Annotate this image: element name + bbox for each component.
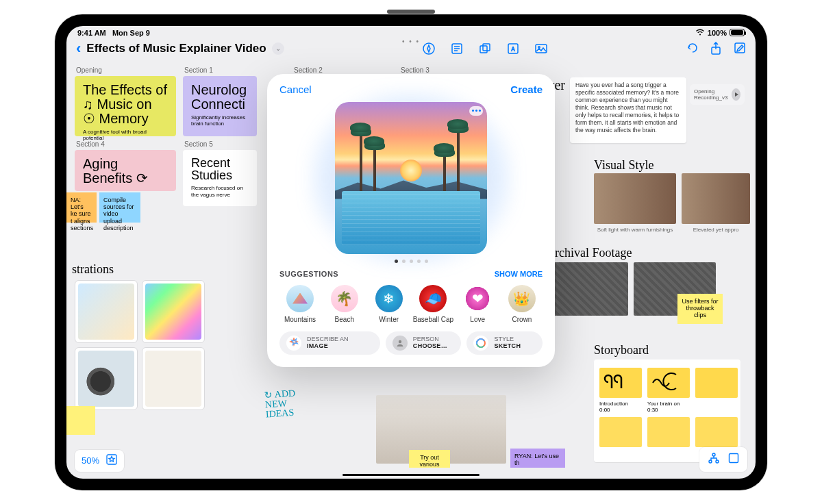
card-title: The Effects of ♫ Music on ☉ Memory <box>83 83 168 126</box>
document-menu-chevron-icon[interactable]: ⌄ <box>272 42 284 55</box>
compose-button[interactable] <box>734 42 746 55</box>
thumb-caption: Elevated yet appro <box>682 227 750 233</box>
sticky-note[interactable]: Compile sources for video upload descrip… <box>99 192 140 223</box>
section-label: Section 5 <box>184 140 213 148</box>
storyboard-label: Introduction0:00 <box>599 401 628 413</box>
navigator-map-icon[interactable] <box>728 453 739 466</box>
suggestion-chip-crown[interactable]: 👑Crown <box>501 285 543 323</box>
text-tool-icon[interactable] <box>507 42 519 55</box>
audio-attachment[interactable]: Opening Recording_v3 <box>690 84 745 105</box>
section-label: Section 2 <box>294 66 323 74</box>
describe-image-button[interactable]: DESCRIBE ANIMAGE <box>279 331 380 355</box>
card-section-5[interactable]: Recent Studies Research focused on the v… <box>183 150 257 206</box>
suggestion-chip-baseball-cap[interactable]: 🧢Baseball Cap <box>412 285 453 323</box>
text-card-memory[interactable]: Have you ever had a song trigger a speci… <box>570 77 686 143</box>
suggestion-chip-mountains[interactable]: Mountains <box>279 285 321 323</box>
choose-style-button[interactable]: STYLESKETCH <box>466 331 543 355</box>
card-title: Recent Studies <box>191 157 249 183</box>
card-title: Aging Benefits ⟳ <box>83 157 168 186</box>
zoom-control[interactable]: 50% <box>75 450 124 472</box>
storyboard-panel[interactable] <box>647 417 690 447</box>
illustration-thumb[interactable] <box>142 347 205 410</box>
media-tool-icon[interactable] <box>534 42 548 55</box>
storyboard-panel[interactable] <box>695 417 738 447</box>
section-label: Section 1 <box>184 66 213 74</box>
illustration-thumb[interactable] <box>75 347 138 410</box>
card-subtitle: A cognitive tool with broad potential <box>83 129 168 142</box>
status-date: Mon Sep 9 <box>112 29 150 37</box>
svg-point-6 <box>538 46 540 47</box>
pen-tool-icon[interactable] <box>422 42 436 55</box>
archival-thumb[interactable] <box>546 262 628 316</box>
chip-label: Mountains <box>284 316 316 323</box>
chip-label: Beach <box>335 316 354 323</box>
home-indicator[interactable] <box>342 474 480 476</box>
sticky-note[interactable]: Use filters for throwback clips <box>677 294 723 324</box>
page-indicator[interactable] <box>279 260 543 263</box>
svg-point-11 <box>716 460 719 463</box>
storyboard-panel[interactable] <box>647 368 690 398</box>
heading-storyboard: Storyboard <box>594 343 649 357</box>
battery-pct: 100% <box>708 29 727 37</box>
wifi-icon <box>695 29 705 37</box>
suggestions-label: SUGGESTIONS <box>279 270 338 278</box>
card-section-4[interactable]: Aging Benefits ⟳ <box>75 150 176 191</box>
sparkle-icon <box>286 336 301 351</box>
chip-label: Baseball Cap <box>413 316 453 323</box>
svg-point-14 <box>399 340 401 342</box>
section-label: Section 3 <box>401 66 429 74</box>
image-preview[interactable] <box>335 102 487 254</box>
handwriting-note[interactable]: ADD NEW IDEAS <box>264 388 297 419</box>
section-label: Opening <box>76 66 102 74</box>
navigator-control[interactable] <box>699 447 747 472</box>
svg-rect-4 <box>508 44 518 53</box>
status-time: 9:41 AM <box>77 29 106 37</box>
sticky-note[interactable]: RYAN: Let's use th <box>510 449 565 468</box>
suggestion-chip-love[interactable]: ❤Love <box>457 285 498 323</box>
card-section-1[interactable]: Neurolog Connecti Significantly increase… <box>183 76 257 136</box>
sticky-note[interactable] <box>66 406 95 435</box>
storyboard-panel[interactable] <box>599 368 642 398</box>
show-more-button[interactable]: SHOW MORE <box>495 270 543 278</box>
more-options-icon[interactable] <box>469 106 483 116</box>
heading-archival: Archival Footage <box>546 246 632 260</box>
sticky-note[interactable]: NA: Let's ke sure t aligns sections <box>66 192 97 223</box>
battery-icon <box>730 29 745 36</box>
choose-person-button[interactable]: PERSONCHOOSE… <box>386 331 462 355</box>
chip-label: Winter <box>379 316 399 323</box>
sticky-note[interactable]: Try out various <box>409 450 450 468</box>
suggestion-chip-winter[interactable]: ❄Winter <box>369 285 410 323</box>
attachment-name: Opening Recording_v3 <box>694 88 727 101</box>
body-text: Have you ever had a song trigger a speci… <box>575 81 679 134</box>
chip-label: Crown <box>512 316 532 323</box>
share-button[interactable] <box>710 42 721 55</box>
navigator-tree-icon[interactable] <box>708 453 720 466</box>
zoom-value: 50% <box>82 455 99 466</box>
storyboard-panel[interactable] <box>695 368 738 398</box>
chip-label: Love <box>470 316 485 323</box>
create-button[interactable]: Create <box>510 84 543 95</box>
storyboard-panel[interactable] <box>599 417 642 447</box>
visual-style-thumb[interactable] <box>594 173 676 224</box>
play-icon[interactable] <box>732 88 740 101</box>
svg-rect-5 <box>536 45 547 53</box>
star-icon[interactable] <box>106 454 117 468</box>
card-opening[interactable]: The Effects of ♫ Music on ☉ Memory A cog… <box>75 76 176 136</box>
status-bar: 9:41 AM Mon Sep 9 100% <box>66 26 756 38</box>
shape-tool-icon[interactable] <box>478 42 492 55</box>
illustration-thumb[interactable] <box>75 280 138 343</box>
undo-button[interactable] <box>686 42 698 55</box>
suggestion-chip-beach[interactable]: 🌴Beach <box>324 285 365 323</box>
thumb-caption: Soft light with warm furnishings <box>594 227 676 233</box>
illustration-thumb[interactable] <box>142 280 205 343</box>
svg-rect-13 <box>730 453 738 462</box>
visual-style-thumb[interactable] <box>682 173 750 224</box>
document-title[interactable]: Effects of Music Explainer Video <box>86 42 266 55</box>
back-button[interactable]: ‹ <box>76 40 81 58</box>
card-subtitle: Research focused on the vagus nerve <box>191 185 249 198</box>
note-tool-icon[interactable] <box>451 42 463 55</box>
cancel-button[interactable]: Cancel <box>279 84 312 95</box>
card-subtitle: Significantly increases brain function <box>191 114 249 127</box>
svg-rect-2 <box>480 46 487 53</box>
style-ring-icon <box>473 336 488 351</box>
